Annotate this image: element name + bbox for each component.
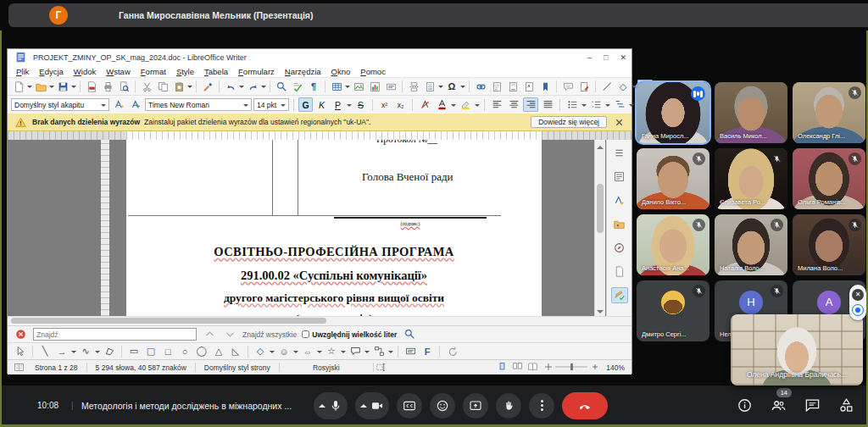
zoom-level[interactable]: 140% [603,363,628,372]
redo-icon[interactable] [245,80,260,94]
insert-chart-icon[interactable] [367,80,382,94]
gallery-icon[interactable] [611,216,628,232]
end-call-button[interactable] [562,392,608,419]
document-area[interactable]: Протокол №__ Голова Вченої ради (підпис)… [8,140,632,316]
scroll-down-icon[interactable] [597,310,604,316]
export-pdf-icon[interactable] [84,80,99,94]
insert-bookmark-icon[interactable] [537,80,553,94]
participant-tile[interactable]: Ольга Романів... [793,148,865,209]
paragraph-style-select[interactable]: Domyślny styl akapitu [11,98,109,111]
page-break-icon[interactable] [406,80,421,94]
underline-button[interactable]: P [331,97,345,112]
status-page[interactable]: Strona 1 z 28 [26,363,86,372]
menu-formularz[interactable]: Formularz [233,67,280,76]
activities-button[interactable] [836,396,856,416]
maximize-button[interactable]: □ [604,53,608,62]
sidebar-settings-icon[interactable] [611,145,628,161]
rotate-tool-icon[interactable] [444,344,459,358]
polygon-tool-icon[interactable] [102,344,117,358]
mic-button[interactable] [314,392,348,419]
spelling-icon[interactable] [290,80,305,94]
participant-tile[interactable]: Данило Вікто... [637,148,709,209]
arrow-line-icon[interactable]: → [54,344,70,358]
match-case-checkbox[interactable] [302,330,309,338]
menu-wstaw[interactable]: Wstaw [101,67,136,76]
basic-shapes-icon[interactable]: ◇ [615,80,631,94]
insert-endnote-icon[interactable] [505,80,520,94]
save-icon[interactable] [55,80,70,94]
callout-shapes-icon[interactable] [348,344,363,358]
book-view-icon[interactable] [525,360,540,374]
font-size-select[interactable]: 14 pkt [253,98,289,111]
font-name-select[interactable]: Times New Roman [145,98,252,111]
insert-field-icon[interactable] [422,80,437,94]
menu-format[interactable]: Format [136,67,171,76]
participant-tile[interactable]: Анастасія Ана... [637,214,709,275]
align-right-icon[interactable] [523,97,538,112]
new-document-icon[interactable] [11,80,26,94]
find-previous-icon[interactable] [202,327,217,341]
triangle-icon[interactable]: △ [211,344,226,358]
clear-formatting-icon[interactable] [417,97,432,112]
hscrollbar-thumb[interactable] [11,318,326,324]
align-left-icon[interactable] [489,97,504,112]
participant-tile[interactable]: Олександр Глі... [793,82,865,143]
ellipse-icon[interactable]: ○ [177,344,192,358]
insert-comment-icon[interactable] [560,80,576,94]
more-options-button[interactable] [529,393,554,419]
track-changes-icon[interactable] [576,80,592,94]
insert-image-icon[interactable] [351,80,366,94]
camera-button[interactable] [355,392,389,419]
minimize-button[interactable]: – [587,53,592,62]
strikethrough-button[interactable]: S [353,97,368,112]
italic-button[interactable]: K [314,97,329,112]
find-and-replace-icon[interactable] [402,327,417,341]
undo-icon[interactable] [223,80,238,94]
formatting-marks-icon[interactable]: ¶ [306,80,321,94]
extension-icon[interactable] [852,304,864,316]
find-close-icon[interactable] [13,327,28,341]
document-page[interactable]: Протокол №__ Голова Вченої ради (підпис)… [126,140,542,316]
bold-button[interactable]: G [298,97,313,112]
multi-page-view-icon[interactable] [509,360,525,374]
extension-close-icon[interactable]: ✕ [852,289,864,301]
styles-icon[interactable] [611,192,628,208]
rounded-rectangle-icon[interactable]: ▢ [143,344,159,358]
participant-tile[interactable]: Ганна Миросл... [637,82,709,143]
right-triangle-icon[interactable]: ◺ [228,344,243,358]
print-preview-icon[interactable] [116,80,131,94]
flowchart-shapes-icon[interactable] [371,344,387,358]
insert-hyperlink-icon[interactable] [473,80,488,94]
align-center-icon[interactable] [506,97,521,112]
pip-participant-tile[interactable]: Олена Андріївна Браличась... [731,314,863,385]
numbered-list-icon[interactable] [588,97,604,112]
participant-tile[interactable]: Дмитро Сергі... [637,280,709,341]
outline-list-icon[interactable] [612,97,627,112]
status-words[interactable]: 5 294 słowa, 40 587 znaków [87,363,195,372]
block-arrows-icon[interactable]: ⇔ [300,344,315,358]
insert-line-icon[interactable] [599,80,615,94]
curve-tool-icon[interactable]: ∿ [78,344,93,358]
insert-textbox-icon[interactable] [383,80,398,94]
horizontal-ruler[interactable] [8,131,632,140]
zoom-slider[interactable] [540,362,603,374]
menu-plik[interactable]: Plik [11,67,34,76]
present-button[interactable] [463,393,488,419]
scrollbar-thumb[interactable] [597,184,604,233]
cross-reference-icon[interactable] [521,80,537,94]
bullet-list-icon[interactable] [565,97,580,112]
insert-table-icon[interactable] [329,80,344,94]
menu-style[interactable]: Style [171,67,199,76]
page-panel-icon[interactable] [611,263,628,280]
find-replace-icon[interactable] [274,80,289,94]
participant-tile[interactable]: Василь Микол... [715,82,787,143]
select-tool-icon[interactable] [13,344,28,358]
copy-icon[interactable] [155,80,170,94]
single-page-view-icon[interactable] [494,360,509,374]
paste-icon[interactable] [171,80,186,94]
people-button[interactable]: 14 [768,396,788,416]
cut-icon[interactable] [139,80,154,94]
vertical-scrollbar[interactable] [594,140,605,316]
status-language[interactable]: Rosyjski [280,363,373,372]
print-icon[interactable] [100,80,115,94]
